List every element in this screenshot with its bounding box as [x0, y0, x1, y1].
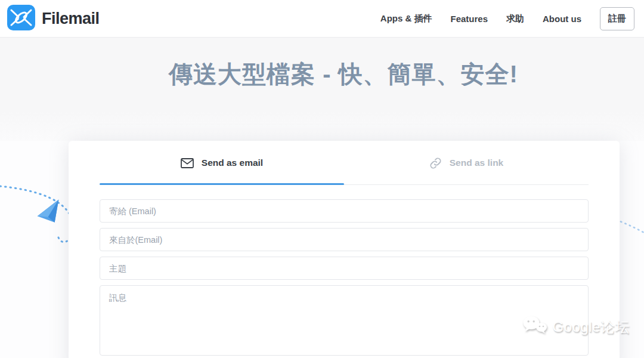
signup-button[interactable]: 註冊: [600, 7, 634, 30]
nav-item-about-us[interactable]: About us: [543, 14, 581, 24]
hero-section: 傳送大型檔案 - 快、簡單、安全!: [0, 38, 644, 141]
header: Filemail Apps & 插件 Features 求助 About us …: [0, 0, 644, 38]
tab-send-as-email[interactable]: Send as email: [100, 141, 344, 185]
link-icon: [429, 157, 442, 169]
transfer-tabs: Send as email Send as link: [100, 141, 589, 185]
nav-item-help[interactable]: 求助: [506, 13, 524, 24]
transfer-card: Send as email Send as link: [69, 141, 620, 358]
message-textarea[interactable]: [100, 285, 589, 356]
filemail-logo[interactable]: Filemail: [7, 5, 100, 33]
tab-send-as-link-label: Send as link: [450, 158, 503, 168]
tab-send-as-link[interactable]: Send as link: [344, 141, 589, 185]
main-nav: Apps & 插件 Features 求助 About us 註冊: [380, 7, 634, 30]
filemail-logo-icon: [7, 5, 35, 33]
subject-input[interactable]: [100, 257, 589, 280]
from-email-input[interactable]: [100, 228, 589, 251]
page: Filemail Apps & 插件 Features 求助 About us …: [0, 0, 644, 358]
envelope-icon: [181, 158, 194, 168]
tab-send-as-email-label: Send as email: [202, 158, 263, 168]
send-email-form: [100, 199, 589, 356]
to-email-input[interactable]: [100, 199, 589, 223]
nav-item-features[interactable]: Features: [450, 14, 488, 24]
brand-name: Filemail: [42, 10, 100, 28]
paper-plane-icon: [35, 199, 64, 226]
nav-item-apps[interactable]: Apps & 插件: [380, 13, 432, 24]
hero-title: 傳送大型檔案 - 快、簡單、安全!: [21, 38, 644, 91]
